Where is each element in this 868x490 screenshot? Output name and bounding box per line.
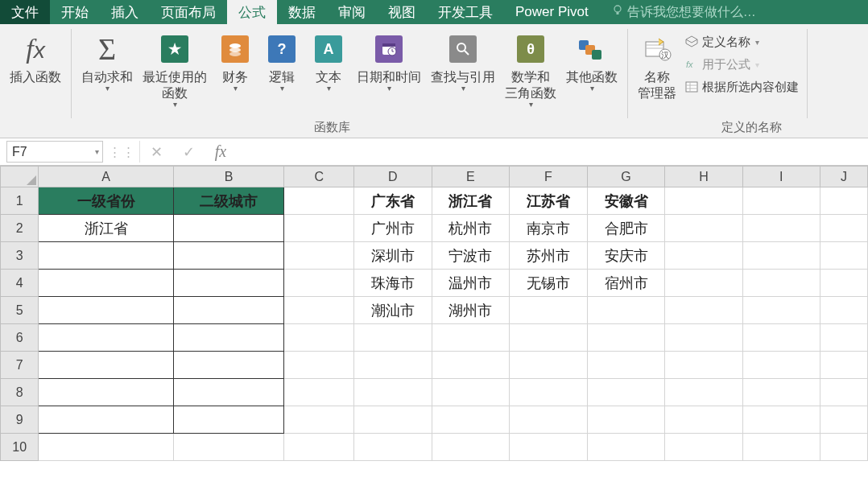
cell-D4[interactable]: 珠海市 — [353, 270, 432, 297]
col-header-C[interactable]: C — [284, 167, 354, 187]
expand-handle[interactable]: ⋮⋮ — [105, 141, 140, 163]
row-header-7[interactable]: 7 — [1, 352, 39, 379]
cell-G8[interactable] — [587, 379, 665, 406]
col-header-B[interactable]: B — [173, 167, 284, 187]
cell-C10[interactable] — [284, 434, 354, 461]
cell-F9[interactable] — [510, 406, 588, 434]
row-header-9[interactable]: 9 — [1, 406, 39, 434]
cell-I5[interactable] — [742, 297, 820, 324]
cell-G1[interactable]: 安徽省 — [587, 187, 665, 215]
cell-J7[interactable] — [820, 352, 867, 379]
cell-A9[interactable] — [39, 406, 173, 434]
cell-C6[interactable] — [284, 324, 354, 352]
cell-H9[interactable] — [665, 406, 742, 434]
cell-D6[interactable] — [353, 324, 432, 352]
cell-F6[interactable] — [510, 324, 588, 352]
col-header-I[interactable]: I — [742, 167, 820, 187]
cell-J1[interactable] — [820, 187, 867, 215]
cell-H2[interactable] — [665, 215, 742, 242]
cell-E1[interactable]: 浙江省 — [432, 187, 510, 215]
col-header-H[interactable]: H — [665, 167, 742, 187]
cell-C4[interactable] — [284, 270, 354, 297]
cell-A1[interactable]: 一级省份 — [39, 187, 173, 215]
cell-I3[interactable] — [742, 242, 820, 270]
cell-C8[interactable] — [284, 379, 354, 406]
math-button[interactable]: θ 数学和 三角函数 ▾ — [500, 27, 561, 109]
datetime-button[interactable]: 日期和时间 ▾ — [352, 27, 426, 93]
cell-I1[interactable] — [742, 187, 820, 215]
cell-A5[interactable] — [39, 297, 173, 324]
cell-F2[interactable]: 南京市 — [510, 215, 588, 242]
cell-D2[interactable]: 广州市 — [353, 215, 432, 242]
cell-E4[interactable]: 温州市 — [432, 270, 510, 297]
tell-me-box[interactable]: 告诉我您想要做什么… — [600, 0, 767, 24]
col-header-F[interactable]: F — [510, 167, 588, 187]
cell-A2[interactable]: 浙江省 — [39, 215, 173, 242]
cell-F4[interactable]: 无锡市 — [510, 270, 588, 297]
define-name-button[interactable]: 定义名称 ▾ — [681, 31, 802, 53]
col-header-J[interactable]: J — [820, 167, 867, 187]
cell-H10[interactable] — [665, 434, 742, 461]
cell-D10[interactable] — [353, 434, 432, 461]
tab-powerpivot[interactable]: Power Pivot — [504, 0, 600, 24]
morefn-button[interactable]: 其他函数 ▾ — [561, 27, 622, 93]
cell-E10[interactable] — [432, 434, 510, 461]
financial-button[interactable]: 财务 ▾ — [212, 27, 258, 93]
cell-C7[interactable] — [284, 352, 354, 379]
autosum-button[interactable]: Σ 自动求和 ▾ — [76, 27, 138, 93]
cell-H5[interactable] — [665, 297, 742, 324]
col-header-E[interactable]: E — [432, 167, 510, 187]
cell-I10[interactable] — [742, 434, 820, 461]
fx-button[interactable]: fx — [205, 138, 237, 165]
cell-J9[interactable] — [820, 406, 867, 434]
cell-H7[interactable] — [665, 352, 742, 379]
cell-J8[interactable] — [820, 379, 867, 406]
cell-J10[interactable] — [820, 434, 867, 461]
cell-D1[interactable]: 广东省 — [353, 187, 432, 215]
cell-B8[interactable] — [173, 379, 284, 406]
cell-D7[interactable] — [353, 352, 432, 379]
select-all-corner[interactable] — [1, 167, 39, 187]
tab-review[interactable]: 审阅 — [327, 0, 377, 24]
cell-D9[interactable] — [353, 406, 432, 434]
row-header-5[interactable]: 5 — [1, 297, 39, 324]
recent-button[interactable]: ★ 最近使用的 函数 ▾ — [138, 27, 212, 109]
cell-H6[interactable] — [665, 324, 742, 352]
cell-I9[interactable] — [742, 406, 820, 434]
cell-C5[interactable] — [284, 297, 354, 324]
tab-home[interactable]: 开始 — [50, 0, 100, 24]
cell-G2[interactable]: 合肥市 — [587, 215, 665, 242]
cell-E7[interactable] — [432, 352, 510, 379]
cell-G7[interactable] — [587, 352, 665, 379]
tab-view[interactable]: 视图 — [377, 0, 427, 24]
cell-A4[interactable] — [39, 270, 173, 297]
cell-E8[interactable] — [432, 379, 510, 406]
cell-E3[interactable]: 宁波市 — [432, 242, 510, 270]
insert-function-button[interactable]: fx 插入函数 — [5, 27, 66, 85]
cell-J2[interactable] — [820, 215, 867, 242]
cell-A8[interactable] — [39, 379, 173, 406]
cell-J6[interactable] — [820, 324, 867, 352]
tab-data[interactable]: 数据 — [277, 0, 327, 24]
cell-G9[interactable] — [587, 406, 665, 434]
cell-C3[interactable] — [284, 242, 354, 270]
cell-E5[interactable]: 湖州市 — [432, 297, 510, 324]
cell-G10[interactable] — [587, 434, 665, 461]
cell-F5[interactable] — [510, 297, 588, 324]
cell-G6[interactable] — [587, 324, 665, 352]
text-button[interactable]: A 文本 ▾ — [305, 27, 352, 93]
cell-H4[interactable] — [665, 270, 742, 297]
cell-G4[interactable]: 宿州市 — [587, 270, 665, 297]
name-manager-button[interactable]: 汉 名称 管理器 — [633, 27, 681, 101]
cell-I6[interactable] — [742, 324, 820, 352]
cell-B4[interactable] — [173, 270, 284, 297]
cell-G3[interactable]: 安庆市 — [587, 242, 665, 270]
cancel-button[interactable]: ✕ — [140, 138, 172, 165]
cell-G5[interactable] — [587, 297, 665, 324]
cell-D8[interactable] — [353, 379, 432, 406]
cell-C9[interactable] — [284, 406, 354, 434]
cell-A3[interactable] — [39, 242, 173, 270]
tab-layout[interactable]: 页面布局 — [150, 0, 227, 24]
cell-B5[interactable] — [173, 297, 284, 324]
cell-I8[interactable] — [742, 379, 820, 406]
